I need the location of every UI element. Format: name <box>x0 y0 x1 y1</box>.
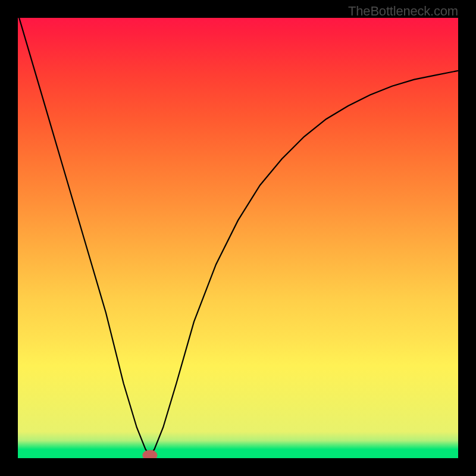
minimum-marker <box>142 450 157 458</box>
watermark-text: TheBottleneck.com <box>348 4 458 19</box>
curve-layer <box>18 18 458 458</box>
chart-frame: TheBottleneck.com <box>0 0 476 476</box>
curve-path <box>18 18 458 455</box>
plot-area <box>18 18 458 458</box>
